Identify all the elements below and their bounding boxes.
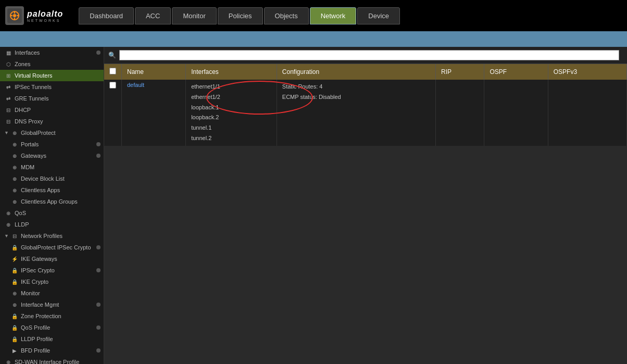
zoneprot-icon: 🔒 xyxy=(10,312,19,320)
lldp-icon: ⊕ xyxy=(4,221,12,228)
sidebar-item-label: MDM xyxy=(21,164,101,170)
table-container: NameInterfacesConfigurationRIPOSPFOSPFv3… xyxy=(104,64,627,364)
sidebar-item-label: QoS xyxy=(15,210,101,216)
select-all-checkbox[interactable] xyxy=(109,68,116,74)
gre-icon: ⇄ xyxy=(4,95,12,102)
sidebar-item-sd-wan-interface-profile[interactable]: ⊕SD-WAN Interface Profile xyxy=(0,356,104,364)
column-header-Configuration: Configuration xyxy=(277,64,435,80)
sidebar-item-network-profiles[interactable]: ▼⊟Network Profiles xyxy=(0,230,104,242)
logo-sub: NETWORKS xyxy=(27,19,63,22)
sidebar-dot xyxy=(96,348,101,353)
qos-icon: ⊕ xyxy=(4,209,12,217)
row-name[interactable]: default xyxy=(122,80,186,146)
sidebar-item-mdm[interactable]: ⊕MDM xyxy=(0,161,104,173)
sidebar-item-label: Zone Protection xyxy=(21,313,101,319)
config-entry: ECMP status: Disabled xyxy=(282,92,430,103)
expand-arrow: ▼ xyxy=(4,130,9,135)
interface-entry: tunnel.1 xyxy=(191,123,271,133)
sidebar-item-label: LLDP Profile xyxy=(21,336,101,342)
logo-icon xyxy=(5,6,24,25)
sidebar-item-dns-proxy[interactable]: ⊟DNS Proxy xyxy=(0,116,104,127)
column-header-RIP: RIP xyxy=(435,64,484,80)
nav-tab-acc[interactable]: ACC xyxy=(135,7,171,24)
monitor-icon: ⊕ xyxy=(10,290,19,297)
sidebar-item-qos-profile[interactable]: 🔒QoS Profile xyxy=(0,322,104,333)
sidebar: ▦Interfaces⬡Zones⊞Virtual Routers⇄IPSec … xyxy=(0,47,104,364)
apps-icon: ⊕ xyxy=(10,186,19,194)
sidebar-item-clientless-apps[interactable]: ⊕Clientless Apps xyxy=(0,184,104,196)
logo-text: paloalto NETWORKS xyxy=(27,9,63,22)
np-icon: ⊟ xyxy=(10,232,19,240)
data-table: NameInterfacesConfigurationRIPOSPFOSPFv3… xyxy=(104,64,627,146)
sidebar-item-ike-gateways[interactable]: ⚡IKE Gateways xyxy=(0,253,104,265)
bfd-icon: ▶ xyxy=(10,347,19,354)
logo: paloalto NETWORKS xyxy=(5,6,63,25)
sidebar-item-globalprotect[interactable]: ▼⊕GlobalProtect xyxy=(0,127,104,139)
sidebar-item-zone-protection[interactable]: 🔒Zone Protection xyxy=(0,310,104,322)
sidebar-item-ipsec-tunnels[interactable]: ⇄IPSec Tunnels xyxy=(0,81,104,93)
column-header-Name: Name xyxy=(122,64,186,80)
row-ospfv3 xyxy=(548,80,626,146)
nav-tab-device[interactable]: Device xyxy=(357,7,400,24)
column-header-OSPFv3: OSPFv3 xyxy=(548,64,626,80)
sidebar-item-dhcp[interactable]: ⊟DHCP xyxy=(0,104,104,116)
sidebar-item-label: Gateways xyxy=(21,153,96,159)
sidebar-item-label: Network Profiles xyxy=(21,233,101,239)
svg-point-2 xyxy=(13,14,16,17)
sidebar-item-interfaces[interactable]: ▦Interfaces xyxy=(0,47,104,58)
sidebar-item-label: IKE Crypto xyxy=(21,279,101,285)
sidebar-dot xyxy=(96,268,101,272)
sidebar-item-ike-crypto[interactable]: 🔒IKE Crypto xyxy=(0,276,104,287)
sidebar-item-virtual-routers[interactable]: ⊞Virtual Routers xyxy=(0,70,104,81)
sidebar-item-clientless-app-groups[interactable]: ⊕Clientless App Groups xyxy=(0,196,104,207)
sidebar-item-label: Interfaces xyxy=(15,49,96,56)
row-interfaces: ethernet1/1ethernet1/2loopback.1loopback… xyxy=(186,80,277,146)
ikecrypto-icon: 🔒 xyxy=(10,278,19,285)
row-checkbox[interactable] xyxy=(109,82,116,89)
sidebar-item-label: QoS Profile xyxy=(21,324,96,331)
interface-entry: ethernet1/2 xyxy=(191,92,271,103)
row-configuration: Static Routes: 4ECMP status: Disabled xyxy=(277,80,435,146)
row-checkbox-cell[interactable] xyxy=(104,80,122,146)
search-input[interactable] xyxy=(119,50,619,60)
sidebar-item-qos[interactable]: ⊕QoS xyxy=(0,207,104,219)
ike-icon: ⚡ xyxy=(10,255,19,262)
sidebar-item-label: BFD Profile xyxy=(21,347,96,354)
sidebar-item-zones[interactable]: ⬡Zones xyxy=(0,58,104,70)
sidebar-item-lldp[interactable]: ⊕LLDP xyxy=(0,219,104,230)
sidebar-item-lldp-profile[interactable]: 🔒LLDP Profile xyxy=(0,333,104,345)
zone-icon: ⬡ xyxy=(4,60,12,68)
column-header-checkbox[interactable] xyxy=(104,64,122,80)
interface-entry: loopback.2 xyxy=(191,112,271,123)
nav-tab-policies[interactable]: Policies xyxy=(218,7,263,24)
ifmgmt-icon: ⊕ xyxy=(10,301,19,308)
nav-tab-monitor[interactable]: Monitor xyxy=(172,7,216,24)
table-header-row: NameInterfacesConfigurationRIPOSPFOSPFv3 xyxy=(104,64,627,80)
sidebar-item-ipsec-crypto[interactable]: 🔒IPSec Crypto xyxy=(0,265,104,276)
nav-tab-objects[interactable]: Objects xyxy=(264,7,309,24)
sidebar-item-label: Zones xyxy=(15,61,101,67)
nav-tab-network[interactable]: Network xyxy=(310,7,357,24)
sidebar-item-label: GlobalProtect xyxy=(21,130,101,136)
nav-tab-dashboard[interactable]: Dashboard xyxy=(79,7,134,24)
sidebar-item-device-block-list[interactable]: ⊕Device Block List xyxy=(0,173,104,184)
gpcrypto-icon: 🔒 xyxy=(10,244,19,251)
sidebar-dot xyxy=(96,51,101,55)
topbar: paloalto NETWORKS DashboardACCMonitorPol… xyxy=(0,0,627,31)
sidebar-dot xyxy=(96,303,101,307)
sidebar-item-monitor[interactable]: ⊕Monitor xyxy=(0,287,104,299)
sidebar-item-gre-tunnels[interactable]: ⇄GRE Tunnels xyxy=(0,93,104,104)
sidebar-item-bfd-profile[interactable]: ▶BFD Profile xyxy=(0,345,104,356)
sidebar-item-gateways[interactable]: ⊕Gateways xyxy=(0,150,104,161)
blue-strip xyxy=(0,31,627,47)
lldpprof-icon: 🔒 xyxy=(10,335,19,343)
sidebar-item-portals[interactable]: ⊕Portals xyxy=(0,139,104,150)
sidebar-item-globalprotect-ipsec-crypto[interactable]: 🔒GlobalProtect IPSec Crypto xyxy=(0,242,104,253)
column-header-Interfaces: Interfaces xyxy=(186,64,277,80)
sidebar-item-interface-mgmt[interactable]: ⊕Interface Mgmt xyxy=(0,299,104,310)
appg-icon: ⊕ xyxy=(10,198,19,205)
sidebar-dot xyxy=(96,245,101,249)
sidebar-item-label: IKE Gateways xyxy=(21,256,101,262)
dns-icon: ⊟ xyxy=(4,118,12,125)
sidebar-item-label: Clientless App Groups xyxy=(21,198,101,205)
